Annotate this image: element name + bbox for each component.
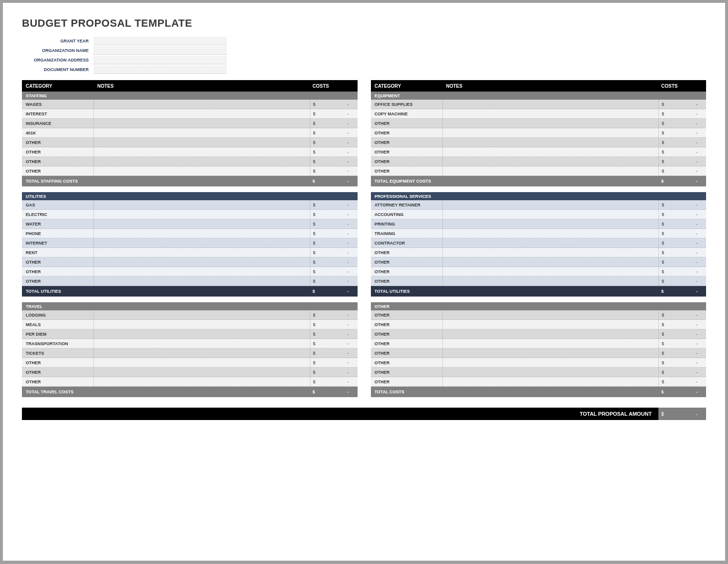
row-cost-input[interactable]: $- [310,277,358,286]
row-cost-input[interactable]: $- [310,339,358,348]
row-cost-input[interactable]: $- [310,210,358,219]
row-notes-input[interactable] [93,147,310,156]
row-notes-input[interactable] [442,200,659,209]
row-notes-input[interactable] [93,257,310,267]
org-name-input[interactable] [93,46,227,55]
row-notes-input[interactable] [442,248,659,257]
row-notes-input[interactable] [93,138,310,147]
row-cost-input[interactable]: $- [658,349,706,358]
row-notes-input[interactable] [442,109,659,118]
row-notes-input[interactable] [442,277,659,286]
row-cost-input[interactable]: $- [310,138,358,147]
row-notes-input[interactable] [442,310,659,319]
row-cost-input[interactable]: $- [310,147,358,156]
row-cost-input[interactable]: $- [658,267,706,276]
row-notes-input[interactable] [442,138,659,147]
row-cost-input[interactable]: $- [658,339,706,348]
row-notes-input[interactable] [93,310,310,319]
row-notes-input[interactable] [442,219,659,228]
row-notes-input[interactable] [93,157,310,166]
row-notes-input[interactable] [442,147,659,156]
row-cost-input[interactable]: $- [658,329,706,338]
row-cost-input[interactable]: $- [658,100,706,109]
row-cost-input[interactable]: $- [658,377,706,386]
row-cost-input[interactable]: $- [310,257,358,267]
row-notes-input[interactable] [93,358,310,367]
row-cost-input[interactable]: $- [310,128,358,137]
row-cost-input[interactable]: $- [658,219,706,228]
row-cost-input[interactable]: $- [658,229,706,238]
row-cost-input[interactable]: $- [310,157,358,166]
row-notes-input[interactable] [442,100,659,109]
row-cost-input[interactable]: $- [658,310,706,319]
org-address-input[interactable] [93,56,227,64]
row-notes-input[interactable] [93,349,310,358]
grant-year-input[interactable] [93,37,227,45]
row-cost-input[interactable]: $- [658,128,706,137]
row-cost-input[interactable]: $- [658,157,706,166]
row-cost-input[interactable]: $- [658,257,706,267]
row-cost-input[interactable]: $- [658,320,706,329]
row-cost-input[interactable]: $- [658,368,706,377]
row-cost-input[interactable]: $- [310,119,358,128]
row-notes-input[interactable] [442,329,659,338]
row-notes-input[interactable] [442,166,659,175]
row-cost-input[interactable]: $- [310,320,358,329]
row-notes-input[interactable] [93,377,310,386]
row-notes-input[interactable] [442,157,659,166]
row-cost-input[interactable]: $- [310,219,358,228]
row-cost-input[interactable]: $- [310,310,358,319]
row-cost-input[interactable]: $- [310,238,358,247]
row-cost-input[interactable]: $- [310,368,358,377]
row-notes-input[interactable] [93,277,310,286]
row-notes-input[interactable] [442,128,659,137]
row-cost-input[interactable]: $- [658,147,706,156]
row-notes-input[interactable] [442,358,659,367]
row-notes-input[interactable] [93,368,310,377]
row-notes-input[interactable] [442,368,659,377]
row-notes-input[interactable] [93,248,310,257]
row-notes-input[interactable] [442,210,659,219]
row-notes-input[interactable] [442,349,659,358]
row-cost-input[interactable]: $- [310,200,358,209]
row-cost-input[interactable]: $- [658,138,706,147]
row-notes-input[interactable] [93,329,310,338]
row-notes-input[interactable] [442,257,659,267]
row-cost-input[interactable]: $- [658,277,706,286]
row-cost-input[interactable]: $- [310,377,358,386]
row-notes-input[interactable] [93,219,310,228]
row-cost-input[interactable]: $- [658,210,706,219]
row-notes-input[interactable] [93,267,310,276]
row-notes-input[interactable] [442,377,659,386]
row-notes-input[interactable] [93,166,310,175]
row-cost-input[interactable]: $- [310,349,358,358]
row-cost-input[interactable]: $- [310,358,358,367]
row-cost-input[interactable]: $- [310,329,358,338]
row-notes-input[interactable] [93,128,310,137]
row-notes-input[interactable] [93,339,310,348]
row-cost-input[interactable]: $- [658,119,706,128]
row-cost-input[interactable]: $- [310,166,358,175]
row-notes-input[interactable] [442,119,659,128]
row-cost-input[interactable]: $- [310,229,358,238]
row-cost-input[interactable]: $- [310,100,358,109]
row-cost-input[interactable]: $- [658,166,706,175]
row-notes-input[interactable] [93,119,310,128]
row-notes-input[interactable] [93,320,310,329]
row-notes-input[interactable] [442,229,659,238]
row-notes-input[interactable] [93,100,310,109]
row-notes-input[interactable] [442,320,659,329]
row-cost-input[interactable]: $- [310,248,358,257]
row-notes-input[interactable] [93,210,310,219]
row-cost-input[interactable]: $- [658,200,706,209]
row-notes-input[interactable] [93,238,310,247]
row-notes-input[interactable] [442,267,659,276]
row-cost-input[interactable]: $- [658,109,706,118]
row-notes-input[interactable] [442,238,659,247]
row-cost-input[interactable]: $- [310,109,358,118]
row-cost-input[interactable]: $- [658,358,706,367]
row-notes-input[interactable] [93,229,310,238]
row-cost-input[interactable]: $- [310,267,358,276]
row-notes-input[interactable] [442,339,659,348]
row-notes-input[interactable] [93,109,310,118]
